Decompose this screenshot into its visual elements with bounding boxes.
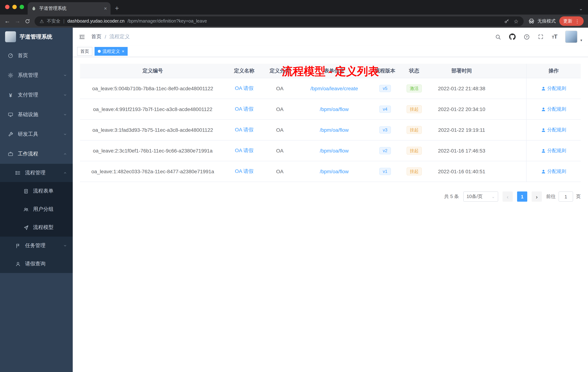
form-link[interactable]: /bpm/oa/leave/create	[310, 86, 358, 91]
definition-name-link[interactable]: OA 请假	[235, 127, 254, 133]
goto-page-input[interactable]	[558, 191, 573, 202]
form-link[interactable]: /bpm/oa/flow	[320, 169, 349, 174]
definition-name-link[interactable]: OA 请假	[235, 106, 254, 112]
password-key-icon[interactable]	[504, 18, 509, 24]
browser-update-button[interactable]: 更新 ⋮	[559, 16, 584, 26]
person-icon	[541, 86, 546, 91]
tag-active-dot	[98, 50, 101, 53]
assign-rule-link[interactable]: 分配规则	[541, 168, 566, 175]
column-header: 定义名称	[225, 64, 263, 78]
incognito-indicator: 无痕模式	[528, 18, 556, 25]
github-icon[interactable]	[509, 33, 516, 40]
assign-rule-link[interactable]: 分配规则	[541, 85, 566, 92]
sidebar-item-task-management[interactable]: 任务管理	[0, 237, 73, 255]
sidebar: 芋道管理系统 首页 系统管理 ¥ 支付管理 基础设施	[0, 28, 73, 372]
search-icon[interactable]	[495, 34, 501, 40]
sidebar-item-process-form[interactable]: 流程表单	[0, 182, 73, 200]
wrench-icon	[7, 131, 14, 137]
tag-process-definition[interactable]: 流程定义 ×	[94, 47, 128, 56]
page-number-button[interactable]: 1	[517, 191, 527, 202]
cell-definition-id: oa_leave:2:3c1f0ef1-76b1-11ec-9c66-a2380…	[80, 141, 225, 161]
cell-category: OA	[263, 99, 297, 119]
tab-close-icon[interactable]: ×	[104, 6, 107, 11]
browser-menu-icon[interactable]: ⋮	[575, 18, 580, 24]
chevron-down-icon	[63, 132, 67, 136]
user-avatar[interactable]	[565, 31, 578, 43]
flag-icon	[15, 243, 21, 248]
incognito-label: 无痕模式	[537, 18, 556, 24]
reload-button[interactable]	[25, 18, 30, 24]
browser-toolbar: ← → ⚠ 不安全 | dashboard.yudao.iocoder.cn/b…	[0, 15, 588, 28]
sidebar-item-process-management[interactable]: 流程管理	[0, 164, 73, 182]
font-size-icon[interactable]: TT	[552, 33, 557, 40]
avatar-caret-icon[interactable]: ▾	[580, 38, 582, 42]
sidebar-item-infrastructure[interactable]: 基础设施	[0, 105, 73, 124]
help-icon[interactable]: ?	[524, 34, 530, 40]
form-link[interactable]: /bpm/oa/flow	[320, 106, 349, 112]
sidebar-item-label: 工作流程	[18, 151, 38, 157]
sidebar-collapse-icon[interactable]	[79, 33, 85, 40]
sidebar-item-home[interactable]: 首页	[0, 46, 73, 66]
tab-search-chevron-icon[interactable]: ⌄	[579, 6, 583, 11]
incognito-icon	[528, 18, 535, 25]
cell-spacer	[494, 99, 526, 119]
pagination-total: 共 5 条	[444, 193, 459, 200]
fullscreen-icon[interactable]	[538, 34, 544, 40]
browser-tab[interactable]: 芋道管理系统 ×	[28, 2, 111, 15]
tag-close-icon[interactable]: ×	[122, 49, 124, 54]
definition-table: 定义编号 定义名称 定义分类 表单信息 流程版本 状态 部署时间 操作 oa_l…	[80, 64, 581, 182]
definition-name-link[interactable]: OA 请假	[235, 168, 254, 175]
column-header: 表单信息	[297, 64, 372, 78]
window-zoom-button[interactable]	[20, 5, 24, 9]
status-badge: 挂起	[407, 126, 422, 134]
column-header: 定义编号	[80, 64, 225, 78]
sidebar-item-label: 用户分组	[33, 206, 53, 213]
cell-deploy-time: 2022-01-16 01:40:51	[430, 161, 494, 182]
sidebar-item-system[interactable]: 系统管理	[0, 66, 73, 85]
sidebar-item-label: 任务管理	[25, 242, 45, 249]
new-tab-button[interactable]: +	[115, 5, 119, 12]
next-page-button[interactable]: ›	[532, 191, 542, 202]
gear-icon	[7, 72, 14, 78]
definition-name-link[interactable]: OA 请假	[235, 147, 254, 154]
cell-spacer	[494, 141, 526, 161]
goto-unit: 页	[576, 193, 581, 200]
sidebar-item-payment[interactable]: ¥ 支付管理	[0, 85, 73, 105]
prev-page-button[interactable]: ‹	[503, 191, 513, 202]
tab-favicon-icon	[31, 6, 36, 11]
yen-icon: ¥	[7, 92, 14, 98]
version-badge: v3	[379, 126, 391, 134]
assign-rule-link[interactable]: 分配规则	[541, 127, 566, 133]
status-badge: 挂起	[407, 147, 422, 155]
tag-home[interactable]: 首页	[77, 47, 92, 56]
sidebar-item-leave-query[interactable]: 请假查询	[0, 255, 73, 273]
page-content: 定义编号 定义名称 定义分类 表单信息 流程版本 状态 部署时间 操作 oa_l…	[73, 57, 588, 202]
forward-button[interactable]: →	[15, 18, 20, 24]
page-size-select[interactable]: 10条/页 ⌄	[463, 191, 498, 202]
table-row: oa_leave:5:004b710b-7b8a-11ec-8ef0-acde4…	[80, 78, 581, 99]
back-button[interactable]: ←	[4, 18, 10, 24]
breadcrumb-current: 流程定义	[109, 33, 130, 40]
status-badge: 挂起	[407, 105, 422, 113]
window-close-button[interactable]	[5, 5, 10, 9]
address-bar[interactable]: ⚠ 不安全 | dashboard.yudao.iocoder.cn/bpm/m…	[34, 16, 524, 26]
page-size-value: 10条/页	[467, 193, 483, 200]
person-icon	[541, 169, 546, 174]
sidebar-item-label: 支付管理	[18, 92, 38, 98]
sidebar-item-user-group[interactable]: 用户分组	[0, 200, 73, 219]
bookmark-star-icon[interactable]: ☆	[514, 18, 519, 24]
security-warning-icon[interactable]: ⚠	[40, 18, 44, 24]
assign-rule-link[interactable]: 分配规则	[541, 106, 566, 112]
definition-name-link[interactable]: OA 请假	[235, 85, 254, 92]
sidebar-item-devtools[interactable]: 研发工具	[0, 124, 73, 144]
screen: 芋道管理系统 × + ⌄ ← → ⚠ 不安全 | dashboard.yudao…	[0, 0, 588, 372]
form-link[interactable]: /bpm/oa/flow	[320, 148, 349, 153]
sidebar-item-process-model[interactable]: 流程模型	[0, 219, 73, 237]
breadcrumb-home[interactable]: 首页	[91, 33, 101, 40]
window-minimize-button[interactable]	[12, 5, 17, 9]
form-link[interactable]: /bpm/oa/flow	[320, 127, 349, 133]
assign-rule-link[interactable]: 分配规则	[541, 147, 566, 154]
sidebar-item-workflow[interactable]: 工作流程	[0, 144, 73, 164]
column-header: 流程版本	[372, 64, 399, 78]
cell-spacer	[494, 161, 526, 182]
